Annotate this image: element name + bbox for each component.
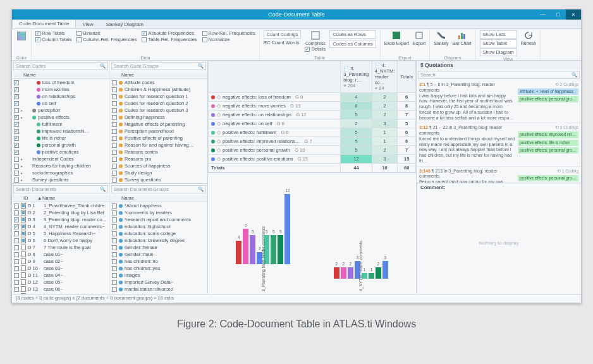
export-button[interactable]: Export (413, 30, 425, 46)
chart-bar[interactable]: 12 (284, 194, 290, 264)
code-group-item[interactable]: Attitude codes (110, 79, 207, 86)
excel-export-button[interactable]: Excel Export (384, 30, 409, 46)
chart-bar[interactable]: 2 (341, 267, 346, 279)
document-group-item[interactable]: Gender::male (110, 251, 207, 258)
document-item[interactable]: D 77 The route is the goal (12, 244, 109, 251)
chart-bar[interactable]: 4 (236, 241, 241, 264)
document-item[interactable]: D 55_Happiness Research~ (12, 230, 109, 237)
code-item[interactable]: ▸Reasons for having children (12, 162, 109, 169)
col-name[interactable]: Name (21, 71, 39, 78)
minimize-button[interactable]: — (535, 9, 551, 20)
code-item[interactable]: ▸Survey questions (12, 176, 109, 183)
tab-view[interactable]: View (76, 20, 99, 28)
document-group-item[interactable]: education::some college (110, 230, 207, 237)
table-row[interactable]: ◇ positive effects: positive emotions G … (209, 155, 416, 164)
chart-bar[interactable]: 2 (348, 267, 353, 279)
chart-bar[interactable]: 1 (369, 273, 374, 279)
code-item[interactable]: ▸sociodemographics (12, 169, 109, 176)
code-group-item[interactable]: Codes for research question 2 (110, 100, 207, 107)
check-binarize[interactable]: Binarize (76, 30, 137, 36)
code-group-item[interactable]: Codes for research question 1 (110, 93, 207, 100)
document-group-item[interactable]: Gender::female (110, 244, 207, 251)
document-group-item[interactable]: education::University degree (110, 237, 207, 244)
check-row-totals[interactable]: Row Totals (35, 30, 71, 36)
check-absolute-frequencies[interactable]: Absolute Frequencies (142, 30, 197, 36)
code-group-item[interactable]: Children & Happiness (attitude) (110, 86, 207, 93)
chart-bar[interactable]: 5 (271, 235, 276, 264)
document-item[interactable]: D 13case 06~ (12, 286, 109, 293)
check-table-rel-frequencies[interactable]: Table-Rel. Frequencies (142, 37, 197, 42)
code-group-item[interactable]: Sources of happiness (110, 162, 207, 169)
count-codings-button[interactable]: Count Codings (264, 30, 302, 39)
document-item[interactable]: D 10case 03~ (12, 265, 109, 272)
count-words-button[interactable]: Count Words (272, 40, 300, 46)
bar-chart-button[interactable]: Bar Chart (453, 30, 472, 46)
chart-bar[interactable]: 2 (376, 267, 381, 279)
quotation-item[interactable]: 3:1 ¶ 5 – 6 in 3_Parenting blog: reader … (417, 80, 581, 123)
refresh-button[interactable]: Refresh (521, 30, 537, 56)
table-row[interactable]: ◇ positive effects: improved relations… … (209, 137, 416, 146)
code-item[interactable]: more worries (12, 86, 109, 93)
search-codes-input[interactable]: Search Codes🔍 (13, 62, 108, 70)
tab-sankey-diagram[interactable]: Sankey Diagram (100, 20, 150, 28)
table-row[interactable]: ◇ negative effects: on relationships G 1… (209, 111, 416, 119)
search-documents-input[interactable]: Search Documents🔍 (13, 185, 108, 193)
chart-bar[interactable]: 5 (250, 235, 255, 264)
code-item[interactable]: ▸ perception (12, 107, 109, 114)
search-document-groups-input[interactable]: Search Document Groups🔍 (111, 185, 206, 193)
document-group-item[interactable]: images (110, 272, 207, 279)
document-group-item[interactable]: *research report and comments (110, 216, 207, 223)
col-id[interactable]: ID (21, 195, 35, 202)
code-group-item[interactable]: Reasons pro (110, 155, 207, 162)
document-group-item[interactable]: education::highschool (110, 223, 207, 230)
document-item[interactable]: D 11_Powdthavee_Think childre (12, 202, 109, 209)
document-item[interactable]: D 66 Don't worry be happy (12, 237, 109, 244)
show-diagram-button[interactable]: Show Diagram (480, 48, 517, 56)
show-lists-button[interactable]: Show Lists (480, 30, 517, 39)
code-group-item[interactable]: Codes for research question 3 (110, 107, 207, 114)
code-group-item[interactable]: Perception parendhood (110, 128, 207, 135)
code-group-item[interactable]: Survey questions (110, 176, 207, 183)
search-code-groups-input[interactable]: Search Code Groups🔍 (111, 62, 206, 70)
code-group-item[interactable]: Reasons contra (110, 149, 207, 155)
code-item[interactable]: personal growth (12, 142, 109, 149)
table-row[interactable]: ◇ negative effects: loss of freedom G 94… (209, 93, 416, 102)
document-item[interactable]: D 11case 04~ (12, 272, 109, 279)
code-group-item[interactable]: Study design (110, 169, 207, 176)
table-row[interactable]: ◇ positive effects: fulfillment G 6516 (209, 128, 416, 137)
quotation-item[interactable]: 3:146 ¶ 213 in 3_Parenting blog: reader … (417, 167, 581, 183)
codes-as-columns-button[interactable]: Codes as Columns (329, 40, 376, 48)
document-group-item[interactable]: marital status::divorced (110, 286, 207, 293)
document-item[interactable]: D 33_Parenting blog: reader co… (12, 216, 109, 223)
code-item[interactable]: on relationships (12, 93, 109, 100)
check-column-rel-frequencies[interactable]: Column-Rel. Frequencies (76, 37, 137, 42)
check-row-rel-frequencies[interactable]: Row-Rel. Frequencies (202, 30, 255, 36)
code-item[interactable]: ▸Independent Codes (12, 155, 109, 162)
document-group-item[interactable]: Imported Survey Data~ (110, 279, 207, 286)
show-table-button[interactable]: Show Table (480, 39, 517, 47)
codes-as-rows-button[interactable]: Codes as Rows (329, 30, 376, 39)
document-group-item[interactable]: has children::yes (110, 265, 207, 272)
document-item[interactable]: D 44_NYTM: reader comments~ (12, 223, 109, 230)
code-item[interactable]: on self (12, 100, 109, 107)
code-group-item[interactable]: Positive effects of parenting (110, 135, 207, 142)
search-quotations-input[interactable]: Search🔍 (418, 71, 580, 79)
col-name[interactable]: Name (119, 195, 137, 202)
document-item[interactable]: D 12case 05~ (12, 279, 109, 286)
table-row[interactable]: ◇ negative effects: more worries G 13628 (209, 102, 416, 111)
check-column-totals[interactable]: Column Totals (35, 37, 71, 42)
chart-bar[interactable]: 6 (243, 229, 248, 264)
code-item[interactable]: loss of freedom (12, 79, 109, 86)
document-item[interactable]: D 22_Parenting blog by Lisa Bel (12, 209, 109, 216)
chart-bar[interactable]: 5 (278, 235, 283, 264)
code-item[interactable]: life is richer (12, 135, 109, 142)
close-button[interactable]: × (566, 9, 581, 20)
chart-bar[interactable]: 3 (382, 261, 388, 279)
document-group-item[interactable]: *About happiness (110, 202, 207, 209)
table-row[interactable]: ◇ negative effects: on self G 6235 (209, 119, 416, 128)
maximize-button[interactable]: □ (551, 9, 566, 20)
compress-button[interactable]: CompressDetails (305, 30, 326, 52)
code-item[interactable]: positive emotions (12, 149, 109, 155)
chart-bar[interactable]: 2 (334, 267, 339, 279)
col-name[interactable]: Name (40, 195, 58, 202)
